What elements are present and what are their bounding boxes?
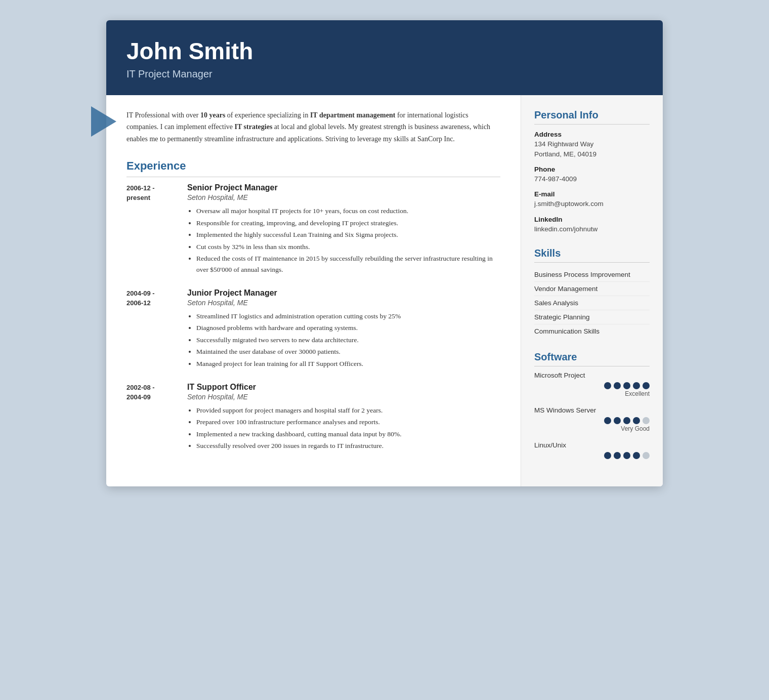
bullet-item: Provided support for project managers an… (196, 405, 500, 416)
dots-row-3 (534, 452, 650, 459)
phone-value: 774-987-4009 (534, 174, 650, 184)
experience-entry-2: 2004-09 -2006-12 Junior Project Manager … (126, 289, 500, 370)
dot-filled (614, 382, 621, 389)
skill-item-2: Vendor Management (534, 282, 650, 296)
dot-filled (614, 417, 621, 424)
software-level-2: Very Good (534, 425, 650, 432)
exp-date-2: 2004-09 -2006-12 (126, 289, 177, 370)
skill-item-5: Communication Skills (534, 324, 650, 338)
linkedin-value: linkedin.com/johnutw (534, 224, 650, 234)
bullet-item: Oversaw all major hospital IT projects f… (196, 205, 500, 217)
software-name-1: Microsoft Project (534, 372, 650, 379)
bullet-item: Diagnosed problems with hardware and ope… (196, 322, 500, 334)
dot-filled (633, 382, 640, 389)
bullet-item: Responsible for creating, improving, and… (196, 218, 500, 229)
address-value: 134 Rightward WayPortland, ME, 04019 (534, 139, 650, 160)
software-section: Software Microsoft Project Excellent (534, 351, 650, 459)
exp-date-1: 2006-12 -present (126, 183, 177, 276)
experience-section: Experience 2006-12 -present Senior Proje… (126, 159, 500, 452)
skill-item-1: Business Process Improvement (534, 268, 650, 282)
dot-filled (623, 382, 630, 389)
software-title: Software (534, 351, 650, 366)
page-wrapper: John Smith IT Project Manager IT Profess… (106, 20, 663, 486)
candidate-name: John Smith (126, 38, 643, 64)
exp-company-3: Seton Hospital, ME (187, 393, 500, 401)
dots-row-1 (534, 382, 650, 389)
dot-filled (643, 382, 650, 389)
exp-bullets-2: Streamlined IT logistics and administrat… (187, 311, 500, 369)
dot-filled (604, 382, 611, 389)
dot-filled (614, 452, 621, 459)
dot-filled (604, 452, 611, 459)
software-item-2: MS Windows Server Very Good (534, 406, 650, 432)
dot-empty (643, 452, 650, 459)
exp-role-1: Senior Project Manager (187, 183, 500, 192)
exp-role-2: Junior Project Manager (187, 289, 500, 298)
main-content: IT Professional with over 10 years of ex… (106, 95, 521, 486)
bullet-item: Implemented a new tracking dashboard, cu… (196, 429, 500, 440)
dot-filled (623, 417, 630, 424)
exp-bullets-3: Provided support for project managers an… (187, 405, 500, 451)
exp-date-3: 2002-08 -2004-09 (126, 383, 177, 452)
resume-card: John Smith IT Project Manager IT Profess… (106, 20, 663, 486)
skills-section: Skills Business Process Improvement Vend… (534, 248, 650, 338)
skill-item-3: Sales Analysis (534, 296, 650, 310)
bullet-item: Cut costs by 32% in less than six months… (196, 241, 500, 253)
software-item-3: Linux/Unix (534, 441, 650, 459)
exp-details-1: Senior Project Manager Seton Hospital, M… (187, 183, 500, 276)
decorative-arrow (91, 106, 116, 137)
exp-company-2: Seton Hospital, ME (187, 299, 500, 307)
resume-body: IT Professional with over 10 years of ex… (106, 95, 663, 486)
bullet-item: Maintained the user database of over 300… (196, 346, 500, 357)
dot-filled (633, 452, 640, 459)
dot-filled (623, 452, 630, 459)
resume-header: John Smith IT Project Manager (106, 20, 663, 95)
software-item-1: Microsoft Project Excellent (534, 372, 650, 397)
experience-entry-1: 2006-12 -present Senior Project Manager … (126, 183, 500, 276)
skill-item-4: Strategic Planning (534, 310, 650, 324)
email-label: E-mail (534, 190, 650, 198)
svg-marker-1 (91, 106, 116, 137)
skills-title: Skills (534, 248, 650, 263)
dot-filled (604, 417, 611, 424)
sidebar: Personal Info Address 134 Rightward WayP… (521, 95, 663, 486)
experience-section-title: Experience (126, 159, 500, 177)
bullet-item: Reduced the costs of IT maintenance in 2… (196, 253, 500, 275)
dots-row-2 (534, 417, 650, 424)
bullet-item: Implemented the highly successful Lean T… (196, 229, 500, 240)
linkedin-label: LinkedIn (534, 216, 650, 223)
address-label: Address (534, 131, 650, 138)
dot-empty (643, 417, 650, 424)
bullet-item: Streamlined IT logistics and administrat… (196, 311, 500, 322)
experience-entry-3: 2002-08 -2004-09 IT Support Officer Seto… (126, 383, 500, 452)
bullet-item: Managed project for lean training for al… (196, 358, 500, 369)
exp-details-3: IT Support Officer Seton Hospital, ME Pr… (187, 383, 500, 452)
exp-details-2: Junior Project Manager Seton Hospital, M… (187, 289, 500, 370)
software-name-2: MS Windows Server (534, 406, 650, 414)
exp-role-3: IT Support Officer (187, 383, 500, 392)
exp-company-1: Seton Hospital, ME (187, 193, 500, 201)
bullet-item: Successfully resolved over 200 issues in… (196, 440, 500, 451)
software-name-3: Linux/Unix (534, 441, 650, 449)
software-level-1: Excellent (534, 390, 650, 397)
email-value: j.smith@uptowork.com (534, 199, 650, 209)
personal-info-section: Personal Info Address 134 Rightward WayP… (534, 109, 650, 234)
bullet-item: Successfully migrated two servers to new… (196, 335, 500, 346)
candidate-title: IT Project Manager (126, 68, 643, 80)
dot-filled (633, 417, 640, 424)
summary-paragraph: IT Professional with over 10 years of ex… (126, 109, 500, 145)
exp-bullets-1: Oversaw all major hospital IT projects f… (187, 205, 500, 275)
personal-info-title: Personal Info (534, 109, 650, 125)
phone-label: Phone (534, 166, 650, 173)
bullet-item: Prepared over 100 infrastructure perform… (196, 417, 500, 428)
